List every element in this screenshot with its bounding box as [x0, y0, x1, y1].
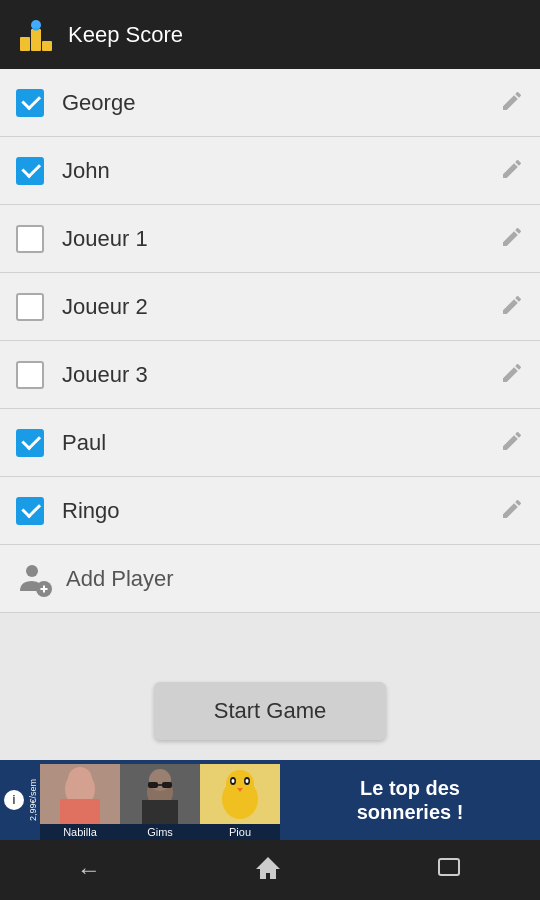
ad-banner: i 2,99€/sem Nabilla Gims: [0, 760, 540, 840]
player-row[interactable]: Paul: [0, 409, 540, 477]
player-name: Joueur 2: [62, 294, 500, 320]
ad-price: 2,99€/sem: [28, 779, 38, 821]
player-checkbox[interactable]: [16, 157, 44, 185]
ad-thumb-gims: Gims: [120, 760, 200, 840]
ad-text-content: Le top dessonneries !: [357, 776, 464, 824]
home-button[interactable]: [234, 843, 302, 897]
player-name: Joueur 1: [62, 226, 500, 252]
player-checkbox[interactable]: [16, 89, 44, 117]
player-name: Joueur 3: [62, 362, 500, 388]
player-list: George John Joueur 1 Joueur 2 Joueur 3 P…: [0, 69, 540, 700]
player-checkbox[interactable]: [16, 429, 44, 457]
ad-thumb-label-piou: Piou: [200, 824, 280, 840]
player-name: Paul: [62, 430, 500, 456]
svg-rect-9: [43, 585, 45, 592]
add-player-label: Add Player: [66, 566, 174, 592]
start-game-button[interactable]: Start Game: [154, 682, 386, 740]
svg-rect-1: [31, 29, 41, 51]
player-row[interactable]: George: [0, 69, 540, 137]
svg-point-27: [246, 779, 249, 783]
edit-player-button[interactable]: [500, 361, 524, 389]
navigation-bar: ←: [0, 840, 540, 900]
edit-player-button[interactable]: [500, 225, 524, 253]
svg-point-12: [68, 767, 92, 791]
ad-thumb-label-nabilla: Nabilla: [40, 824, 120, 840]
player-row[interactable]: Ringo: [0, 477, 540, 545]
svg-rect-30: [439, 859, 459, 875]
player-name: John: [62, 158, 500, 184]
svg-point-23: [226, 770, 254, 798]
ad-text-area: Le top dessonneries !: [280, 768, 540, 832]
header: Keep Score: [0, 0, 540, 69]
ad-thumb-nabilla: Nabilla: [40, 760, 120, 840]
svg-marker-29: [256, 857, 280, 879]
recents-button[interactable]: [415, 843, 483, 897]
ad-thumb-piou: Piou: [200, 760, 280, 840]
back-button[interactable]: ←: [57, 846, 121, 894]
add-player-row[interactable]: Add Player: [0, 545, 540, 613]
app-icon: [16, 15, 56, 55]
player-row[interactable]: John: [0, 137, 540, 205]
player-row[interactable]: Joueur 3: [0, 341, 540, 409]
player-name: George: [62, 90, 500, 116]
player-name: Ringo: [62, 498, 500, 524]
player-checkbox[interactable]: [16, 225, 44, 253]
app-title: Keep Score: [68, 22, 183, 48]
svg-rect-13: [60, 799, 100, 824]
svg-rect-18: [148, 782, 158, 788]
player-row[interactable]: Joueur 2: [0, 273, 540, 341]
svg-rect-17: [142, 800, 178, 824]
svg-point-6: [26, 565, 38, 577]
player-row[interactable]: Joueur 1: [0, 205, 540, 273]
edit-player-button[interactable]: [500, 157, 524, 185]
svg-point-5: [33, 27, 39, 30]
player-checkbox[interactable]: [16, 293, 44, 321]
svg-rect-2: [42, 41, 52, 51]
ad-info-icon: i: [4, 790, 24, 810]
edit-player-button[interactable]: [500, 429, 524, 457]
edit-player-button[interactable]: [500, 293, 524, 321]
player-checkbox[interactable]: [16, 361, 44, 389]
svg-rect-0: [20, 37, 30, 51]
ad-thumb-label-gims: Gims: [120, 824, 200, 840]
edit-player-button[interactable]: [500, 497, 524, 525]
players-container: George John Joueur 1 Joueur 2 Joueur 3 P…: [0, 69, 540, 545]
player-checkbox[interactable]: [16, 497, 44, 525]
svg-point-26: [232, 779, 235, 783]
svg-rect-19: [162, 782, 172, 788]
add-player-icon: [16, 561, 52, 597]
start-game-area: Start Game: [0, 662, 540, 760]
edit-player-button[interactable]: [500, 89, 524, 117]
